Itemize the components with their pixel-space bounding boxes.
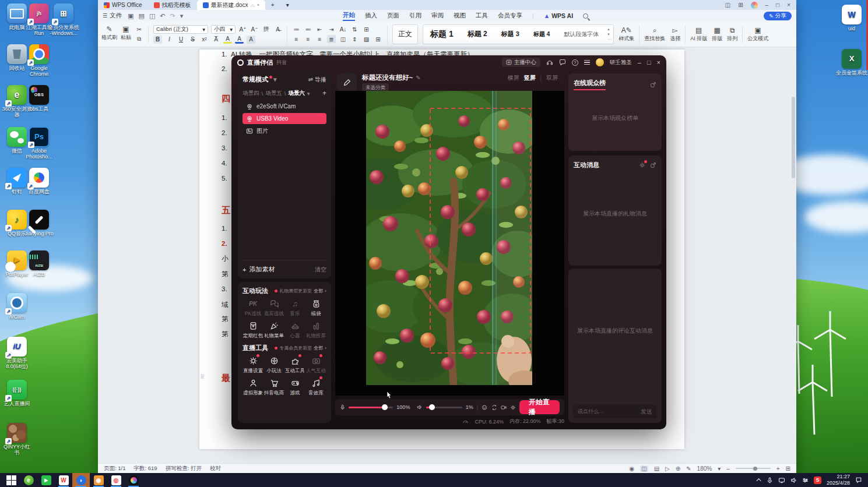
- tab-active-document[interactable]: 最新搭建.docx⌓•: [197, 0, 265, 10]
- taskbar-color-app[interactable]: [125, 473, 142, 487]
- play-gift-chart[interactable]: 礼物投屏: [305, 320, 326, 340]
- tool-sound-library[interactable]: 音效库: [305, 377, 326, 397]
- paste-button[interactable]: ▣粘贴: [121, 25, 131, 43]
- web-view-icon[interactable]: ⊕: [676, 465, 680, 472]
- tool-virtual-avatar[interactable]: 虚拟形象: [243, 377, 263, 397]
- style-heading3[interactable]: 标题 3: [494, 30, 526, 38]
- tab-list-dropdown[interactable]: ▾: [280, 0, 295, 10]
- style-gallery-up-icon[interactable]: ▴: [607, 27, 612, 31]
- style-set-button[interactable]: A✎样式集: [619, 26, 634, 43]
- taskbar-media-app[interactable]: ◉: [90, 473, 107, 487]
- desktop-icon-aizb[interactable]: AIZBAIZB: [23, 250, 55, 277]
- play-view-icon[interactable]: ▷: [665, 465, 670, 472]
- add-scene-button[interactable]: +: [322, 89, 326, 97]
- style-heading1[interactable]: 标题 1: [423, 29, 461, 40]
- status-spellcheck[interactable]: 拼写检查: 打开: [166, 465, 202, 472]
- format-painter-button[interactable]: ✎格式刷: [101, 25, 117, 43]
- desktop-icon-sheet[interactable]: X全员金笛系统: [836, 49, 867, 76]
- search-icon[interactable]: [583, 13, 588, 19]
- play-pk-link[interactable]: PKPK连线: [243, 298, 263, 317]
- stream-close-button[interactable]: ×: [657, 59, 660, 66]
- print-icon[interactable]: ◫: [149, 12, 155, 20]
- menu-icon[interactable]: [584, 60, 590, 65]
- rank-tab[interactable]: 在线观众榜: [574, 79, 606, 90]
- style-heading2[interactable]: 标题 2: [461, 29, 494, 39]
- zoom-slider[interactable]: [736, 468, 771, 469]
- layout-switch-icon[interactable]: ◫: [725, 2, 730, 8]
- mode-landscape[interactable]: 横屏: [507, 74, 519, 82]
- undo-icon[interactable]: ↶: [160, 12, 165, 20]
- outdent-icon[interactable]: ⇤: [315, 25, 324, 33]
- source-ivcam[interactable]: e2eSoft iVCam: [243, 101, 326, 112]
- menu-insert[interactable]: 插入: [365, 12, 377, 20]
- clear-format-icon[interactable]: A̶: [273, 25, 282, 33]
- export-icon[interactable]: ▤: [138, 12, 144, 20]
- desktop-icon-live-room[interactable]: ((·))艺人直播间: [1, 380, 33, 407]
- scene-tab-6-active[interactable]: 场景六: [288, 90, 305, 97]
- grow-font-icon[interactable]: A⁺: [238, 25, 247, 33]
- menu-wps-ai[interactable]: ▲WPS AI: [544, 12, 573, 19]
- style-gallery-down-icon[interactable]: ▾: [607, 32, 612, 37]
- source-image[interactable]: 图片: [243, 125, 326, 136]
- pinyin-icon[interactable]: 拼: [262, 25, 270, 33]
- desktop-icon-jianying[interactable]: Jianying Pro: [23, 210, 55, 237]
- number-list-icon[interactable]: ≕: [304, 25, 312, 33]
- tray-input-icon[interactable]: [802, 477, 809, 484]
- shading-icon[interactable]: ▨: [362, 35, 371, 43]
- status-proof[interactable]: 校对: [210, 465, 221, 472]
- desktop-icon-photoshop[interactable]: PsAdobe Photosho...: [23, 127, 55, 160]
- font-name-select[interactable]: Calibri (正文)▾: [153, 25, 208, 34]
- font-size-select[interactable]: 小四▾: [211, 25, 236, 34]
- desktop-icon-baidu-netdisk[interactable]: 百度网盘: [23, 168, 55, 195]
- align-left-icon[interactable]: ≡: [292, 35, 301, 43]
- char-shading-button[interactable]: A: [247, 36, 255, 44]
- outline-view-icon[interactable]: ▤: [654, 465, 659, 472]
- menu-tools[interactable]: 工具: [476, 12, 488, 20]
- add-material-button[interactable]: +添加素材: [243, 265, 275, 274]
- page-view-icon[interactable]: ◫: [640, 465, 648, 472]
- headset-icon[interactable]: [546, 59, 553, 66]
- flip-camera-icon[interactable]: [491, 404, 497, 411]
- document-scrollbar[interactable]: [792, 97, 795, 451]
- start-button[interactable]: [2, 473, 20, 487]
- menu-member[interactable]: 会员专享: [498, 12, 522, 20]
- taskbar-360-browser[interactable]: e: [20, 473, 37, 487]
- msg-settings-gear-icon[interactable]: [639, 162, 645, 168]
- mode-portrait[interactable]: 竖屏: [523, 74, 535, 82]
- menu-page[interactable]: 页面: [387, 12, 399, 20]
- tool-live-settings[interactable]: 直播设置: [243, 355, 263, 375]
- desktop-icon-chrome[interactable]: Google Chrome: [23, 44, 55, 77]
- desktop-icon-uid[interactable]: Wuid: [836, 5, 867, 31]
- clear-materials-button[interactable]: 清空: [315, 266, 326, 274]
- menu-view[interactable]: 视图: [454, 12, 466, 20]
- stream-minimize-button[interactable]: –: [638, 59, 641, 66]
- superscript-button[interactable]: x²: [200, 36, 209, 44]
- italic-button[interactable]: I: [165, 36, 174, 44]
- desktop-icon-distribution-system[interactable]: ⊞全员分发系统 -Windows...: [48, 3, 79, 37]
- account-avatar[interactable]: [751, 2, 758, 9]
- popout-icon[interactable]: [650, 82, 656, 88]
- underline-button[interactable]: U: [177, 36, 185, 44]
- scene-tab-5[interactable]: 场景五: [265, 90, 282, 97]
- taskbar-video-app[interactable]: ▶: [37, 473, 55, 487]
- speaker-volume-slider[interactable]: [426, 407, 462, 408]
- director-mode-button[interactable]: ⇌导播: [308, 76, 326, 84]
- taskbar-live-companion[interactable]: ◗: [72, 473, 90, 487]
- source-usb3-video[interactable]: USB3 Video: [243, 113, 326, 124]
- tools-all-link[interactable]: 全部: [314, 345, 323, 351]
- play-music[interactable]: ♫音乐: [284, 298, 305, 317]
- play-lucky-bag[interactable]: 福袋: [305, 298, 326, 317]
- style-gallery-more-icon[interactable]: ⋯: [607, 37, 612, 42]
- zoom-in-button[interactable]: +: [776, 465, 780, 472]
- mode-dual[interactable]: 双屏: [546, 74, 558, 82]
- style-heading4[interactable]: 标题 4: [526, 30, 557, 38]
- menu-review[interactable]: 审阅: [431, 12, 444, 20]
- play-gift-menu[interactable]: 礼物菜单: [263, 320, 284, 340]
- edit-mode-icon[interactable]: ✎: [686, 465, 691, 472]
- notification-icon[interactable]: [855, 477, 862, 484]
- taskbar-recorder-app[interactable]: ◎: [107, 473, 125, 487]
- desktop-icon-ivcam[interactable]: iVCam: [1, 293, 33, 320]
- cut-icon[interactable]: ✂: [135, 25, 143, 33]
- quickbar-dropdown-icon[interactable]: ▾: [180, 12, 184, 20]
- maximize-button[interactable]: □: [776, 2, 779, 8]
